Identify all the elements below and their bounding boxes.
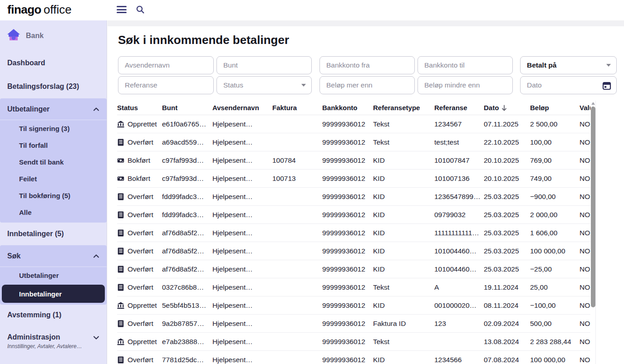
column-header-referansetype[interactable]: Referansetype	[373, 104, 434, 112]
ledger-status-icon	[117, 139, 124, 146]
table-row[interactable]: Overførtfdd99fadc3…Hjelpesent…9999993601…	[117, 188, 595, 206]
cell-bunt: a69acd559…	[162, 138, 212, 146]
page-title: Søk i innkommende betalinger	[118, 33, 624, 47]
cell-status: Overført	[117, 193, 162, 201]
column-header-avsendernavn[interactable]: Avsendernavn	[212, 104, 272, 112]
cell-status: Overført	[117, 320, 162, 328]
table-row[interactable]: Overført0327c86b8…Hjelpesent…99999936012…	[117, 278, 595, 296]
sidebar-item-sendt-til-bank[interactable]: Sendt til bank	[0, 154, 107, 170]
table-row[interactable]: Overført7781d25dc…Hjelpesent…99999936012…	[117, 351, 595, 364]
filters: Betalt på Status	[118, 56, 624, 94]
cell-referanse: 09799032	[434, 211, 484, 219]
sidebar-item-avstemming[interactable]: Avstemming (1)	[0, 305, 107, 325]
cell-reftype: Faktura ID	[373, 320, 434, 328]
topbar: finagooffice	[0, 0, 624, 20]
sidebar-item-sok-innbetalinger-selected[interactable]: Innbetalinger	[2, 285, 105, 303]
sidebar-item-administrasjon[interactable]: Administrasjon Innstillinger, Avtaler, A…	[0, 332, 107, 350]
filter-betalt-pa-select[interactable]: Betalt på	[520, 56, 617, 74]
sidebar-item-dashboard[interactable]: Dashboard	[0, 51, 107, 75]
cell-belop: −100,00	[530, 301, 580, 310]
menu-button[interactable]	[117, 6, 127, 14]
scroll-up-icon[interactable]	[591, 102, 595, 105]
sidebar-item-til-forfall[interactable]: Til forfall	[0, 137, 107, 154]
table-row[interactable]: Opprettete61f0a6765…Hjelpesent…999999360…	[117, 115, 595, 133]
sidebar-item-label: Innbetalinger (5)	[7, 230, 64, 238]
cell-belop: 100 000,00	[530, 247, 580, 255]
cell-bankkonto: 99999936012	[322, 175, 373, 183]
sidebar-item-til-signering[interactable]: Til signering (3)	[0, 120, 107, 137]
bunt-input[interactable]	[217, 57, 311, 74]
cell-dato: 25.03.2025	[484, 229, 530, 237]
ledger-status-icon	[117, 229, 124, 237]
table-row[interactable]: Overførtaf76d8a5f2…Hjelpesent…9999993601…	[117, 260, 595, 278]
table-row[interactable]: Overførtaf76d8a5f2…Hjelpesent…9999993601…	[117, 224, 595, 242]
cell-avsender: Hjelpesent…	[212, 156, 272, 165]
column-header-belop[interactable]: Beløp	[530, 104, 580, 112]
calendar-icon[interactable]	[602, 81, 611, 90]
column-header-bankkonto[interactable]: Bankkonto	[322, 104, 373, 112]
referanse-input[interactable]	[118, 77, 213, 94]
bankkonto-fra-input[interactable]	[320, 57, 414, 74]
sidebar-item-alle[interactable]: Alle	[0, 204, 107, 221]
sidebar-item-innbetalinger[interactable]: Innbetalinger (5)	[0, 223, 107, 245]
cell-referanse: A	[434, 283, 484, 291]
search-button[interactable]	[135, 4, 146, 15]
sidebar-group-sok: Søk Utbetalinger Innbetalinger	[0, 245, 107, 305]
sidebar-item-feilet[interactable]: Feilet	[0, 170, 107, 187]
ledger-status-icon	[117, 193, 124, 200]
filter-status-select[interactable]: Status	[216, 76, 312, 94]
table-row[interactable]: Opprettet5e5bf4b513…Hjelpesent…999999360…	[117, 296, 595, 315]
table-header: Status Bunt Avsendernavn Faktura Bankkon…	[117, 101, 595, 115]
cell-belop: 769,00	[530, 156, 580, 165]
sidebar-item-label: Utbetalinger	[7, 105, 49, 113]
table-row[interactable]: Bokførtc97faf993d…Hjelpesent…10078499999…	[117, 151, 595, 170]
column-header-dato[interactable]: Dato	[484, 104, 530, 112]
table-row[interactable]: Overførta69acd559…Hjelpesent…99999936012…	[117, 133, 595, 151]
ledger-status-icon	[117, 266, 124, 273]
avsendernavn-input[interactable]	[118, 57, 213, 74]
table-scrollbar[interactable]	[590, 101, 596, 364]
cell-reftype: KID	[373, 156, 434, 165]
table-row[interactable]: Overførtfdd99fadc3…Hjelpesent…9999993601…	[117, 206, 595, 224]
filter-avsendernavn	[118, 56, 214, 74]
hamburger-icon	[117, 6, 127, 13]
cell-belop: 2 283 288,44	[530, 338, 580, 346]
bank-status-icon	[117, 302, 124, 309]
belop-mindre-enn-input[interactable]	[418, 77, 512, 94]
table-row[interactable]: Opprettete7ab23888…Hjelpesent…9999993601…	[117, 333, 595, 351]
cell-avsender: Hjelpesent…	[212, 120, 272, 128]
sidebar-item-betalingsforslag[interactable]: Betalingsforslag (23)	[0, 75, 107, 98]
cell-bunt: 7781d25dc…	[162, 356, 212, 364]
ledger-status-icon	[117, 320, 124, 327]
column-header-referanse[interactable]: Referanse	[434, 104, 484, 112]
table-row[interactable]: Overførtaf76d8a5f2…Hjelpesent…9999993601…	[117, 242, 595, 260]
cell-dato: 13.08.2024	[484, 338, 530, 346]
filter-bankkonto-fra	[319, 56, 415, 74]
sidebar-item-til-bokforing[interactable]: Til bokføring (5)	[0, 187, 107, 204]
column-header-bunt[interactable]: Bunt	[162, 104, 212, 112]
column-header-status[interactable]: Status	[117, 104, 162, 112]
sidebar-item-label: Administrasjon	[7, 332, 99, 343]
column-header-faktura[interactable]: Faktura	[272, 104, 322, 112]
sidebar-item-sok[interactable]: Søk	[0, 245, 107, 267]
cell-belop: 2 000,00	[530, 211, 580, 219]
cell-reftype: KID	[373, 265, 434, 273]
table-row[interactable]: Bokførtc97faf993d…Hjelpesent…10071399999…	[117, 170, 595, 188]
sidebar-subitem-label: Innbetalinger	[19, 290, 62, 298]
belop-mer-enn-input[interactable]	[320, 77, 414, 94]
table-row[interactable]: Overført9a2b87857…Hjelpesent…99999936012…	[117, 315, 595, 333]
bankkonto-til-input[interactable]	[418, 57, 512, 74]
sidebar-item-utbetalinger[interactable]: Utbetalinger	[0, 98, 107, 120]
sidebar-item-label: Søk	[7, 252, 20, 260]
sidebar-item-bank[interactable]: Bank	[0, 20, 107, 43]
app-logo[interactable]: finagooffice	[7, 3, 72, 17]
filter-bunt	[216, 56, 312, 74]
cell-dato: 25.03.2025	[484, 211, 530, 219]
cell-avsender: Hjelpesent…	[212, 338, 272, 346]
cell-bankkonto: 99999936012	[322, 120, 373, 128]
status-label: Status	[223, 81, 243, 89]
cell-bunt: af76d8a5f2…	[162, 247, 212, 255]
sidebar: Bank Dashboard Betalingsforslag (23) Utb…	[0, 20, 107, 364]
scrollbar-thumb[interactable]	[591, 107, 595, 307]
sidebar-item-sok-utbetalinger[interactable]: Utbetalinger	[0, 267, 107, 284]
